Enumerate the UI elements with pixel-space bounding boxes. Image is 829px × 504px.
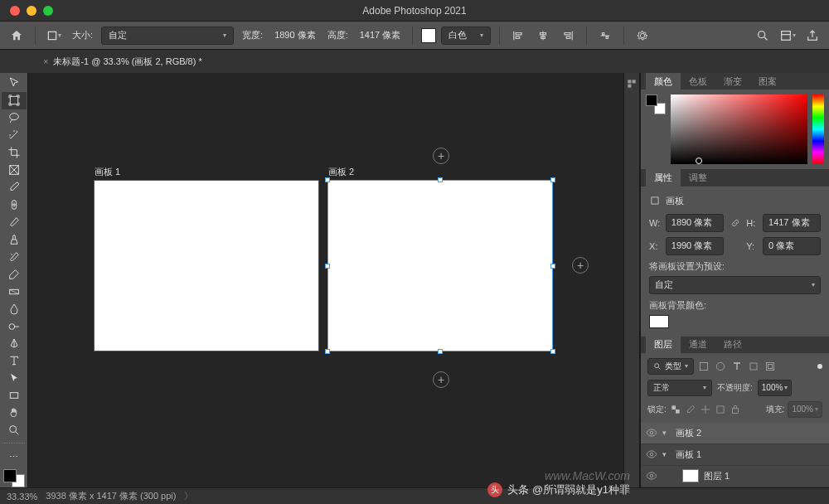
size-preset-dropdown[interactable]: 自定▾ [101, 27, 234, 45]
tab-channels[interactable]: 通道 [681, 337, 715, 353]
fill-value[interactable]: 100%▾ [788, 401, 822, 418]
resize-handle-sw[interactable] [325, 349, 330, 354]
eyedropper-tool[interactable] [2, 179, 27, 196]
filter-adjust-icon[interactable] [714, 360, 727, 373]
tab-adjustments[interactable]: 调整 [681, 169, 715, 186]
tab-patterns[interactable]: 图案 [750, 73, 785, 90]
collapsed-panel-dock[interactable] [623, 73, 640, 487]
prop-h-input[interactable] [763, 214, 821, 232]
color-swatches[interactable] [3, 469, 25, 487]
clone-stamp-tool[interactable] [2, 230, 27, 248]
lock-position-icon[interactable] [700, 404, 711, 415]
lock-pixels-icon[interactable] [685, 404, 696, 415]
visibility-icon[interactable] [646, 448, 657, 460]
share-icon[interactable] [802, 26, 822, 46]
tab-properties[interactable]: 属性 [646, 169, 681, 186]
tab-swatches[interactable]: 色板 [681, 73, 715, 90]
zoom-level[interactable]: 33.33% [7, 492, 37, 502]
add-artboard-top[interactable]: + [433, 148, 449, 164]
resize-handle-se[interactable] [550, 349, 555, 354]
height-value[interactable]: 1417 像素 [356, 29, 405, 41]
artboard-2-label[interactable]: 画板 2 [328, 166, 354, 178]
prop-w-input[interactable] [666, 214, 724, 232]
close-tab-icon[interactable]: × [43, 56, 48, 66]
filter-pixel-icon[interactable] [697, 360, 710, 373]
lock-all-icon[interactable] [730, 404, 741, 415]
visibility-icon[interactable] [646, 470, 657, 482]
brush-tool[interactable] [2, 214, 27, 231]
width-value[interactable]: 1890 像素 [271, 29, 319, 41]
artboard-1-label[interactable]: 画板 1 [95, 166, 120, 178]
hue-slider[interactable] [812, 94, 824, 164]
bg-color-swatch[interactable] [649, 315, 669, 328]
expand-icon[interactable]: ▾ [662, 429, 671, 437]
dodge-tool[interactable] [2, 317, 27, 335]
tab-paths[interactable]: 路径 [715, 337, 750, 353]
visibility-icon[interactable] [646, 427, 657, 439]
layer-item-layer-1[interactable]: 图层 1 [641, 466, 829, 487]
blur-tool[interactable] [2, 300, 27, 317]
align-center-icon[interactable] [533, 26, 553, 46]
tab-color[interactable]: 颜色 [646, 73, 681, 90]
prop-y-input[interactable] [763, 237, 821, 255]
resize-handle-w[interactable] [325, 264, 330, 269]
filter-shape-icon[interactable] [747, 360, 760, 373]
preset-dropdown[interactable]: 自定▾ [649, 276, 821, 294]
edit-toolbar-icon[interactable]: ⋯ [2, 448, 27, 466]
resize-handle-n[interactable] [438, 177, 443, 182]
layer-item-artboard-1[interactable]: ▾ 画板 1 [641, 444, 829, 466]
home-button[interactable] [7, 26, 27, 46]
zoom-tool[interactable] [2, 422, 27, 439]
magic-wand-tool[interactable] [2, 127, 27, 144]
healing-brush-tool[interactable] [2, 196, 27, 214]
canvas[interactable]: 画板 1 画板 2 + + + [28, 73, 623, 487]
pen-tool[interactable] [2, 335, 27, 352]
filter-smart-icon[interactable] [764, 360, 777, 373]
window-minimize-button[interactable] [27, 6, 36, 16]
tab-layers[interactable]: 图层 [646, 337, 681, 353]
workspace-icon[interactable]: ▾ [778, 26, 797, 46]
lasso-tool[interactable] [2, 109, 27, 127]
color-field[interactable] [671, 94, 807, 164]
align-right-icon[interactable] [558, 26, 578, 46]
resize-handle-nw[interactable] [325, 177, 330, 182]
hand-tool[interactable] [2, 405, 27, 422]
blend-mode-dropdown[interactable]: 正常▾ [647, 380, 712, 396]
lock-artboard-icon[interactable] [715, 404, 726, 415]
eraser-tool[interactable] [2, 265, 27, 283]
rectangle-tool[interactable] [2, 387, 27, 405]
type-tool[interactable] [2, 352, 27, 370]
artboard-2[interactable]: 画板 2 [328, 181, 552, 351]
color-fgbg[interactable] [646, 94, 666, 114]
artboard-1[interactable]: 画板 1 [95, 181, 318, 351]
doc-info[interactable]: 3938 像素 x 1417 像素 (300 ppi) [46, 490, 176, 502]
window-zoom-button[interactable] [43, 6, 53, 16]
resize-handle-e[interactable] [550, 264, 555, 269]
artboard-tool[interactable] [2, 92, 27, 109]
gradient-tool[interactable] [2, 283, 27, 300]
layer-item-artboard-2[interactable]: ▾ 画板 2 [641, 423, 829, 444]
expand-icon[interactable]: ▾ [662, 450, 671, 458]
move-tool[interactable] [2, 75, 27, 92]
tab-gradients[interactable]: 渐变 [715, 73, 750, 90]
crop-tool[interactable] [2, 144, 27, 162]
link-wh-icon[interactable] [729, 218, 741, 228]
distribute-icon[interactable] [595, 26, 615, 46]
prop-x-input[interactable] [666, 237, 724, 255]
align-left-icon[interactable] [508, 26, 528, 46]
add-artboard-bottom[interactable]: + [433, 371, 449, 388]
filter-type-icon[interactable] [730, 360, 744, 373]
canvas-color-dropdown[interactable]: 白色▾ [441, 27, 491, 45]
filter-toggle[interactable] [817, 364, 822, 369]
search-icon[interactable] [753, 26, 773, 46]
layer-thumbnail[interactable] [682, 469, 699, 482]
artboard-preset-icon[interactable]: ▾ [44, 26, 64, 46]
history-brush-tool[interactable] [2, 248, 27, 265]
lock-transparency-icon[interactable] [670, 404, 681, 415]
resize-handle-s[interactable] [438, 349, 443, 354]
resize-handle-ne[interactable] [550, 177, 555, 182]
add-artboard-right[interactable]: + [572, 257, 589, 274]
window-close-button[interactable] [10, 6, 20, 16]
layer-kind-filter[interactable]: 类型▾ [647, 358, 694, 375]
opacity-value[interactable]: 100%▾ [758, 380, 793, 396]
